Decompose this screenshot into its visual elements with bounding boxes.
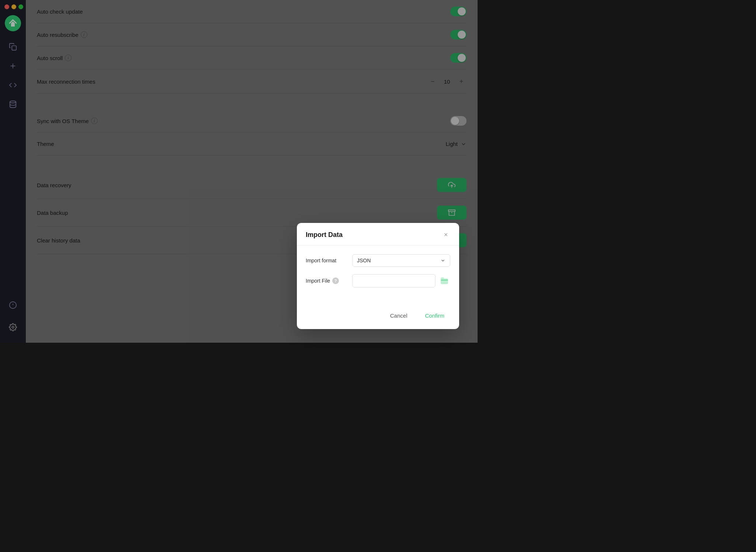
file-browse-button[interactable] xyxy=(438,275,450,287)
dialog-title: Import Data xyxy=(306,231,343,239)
select-format-value: JSON xyxy=(357,258,371,263)
dialog-body: Import format JSON Import File ? xyxy=(297,245,459,304)
chevron-down-icon-select xyxy=(440,258,445,263)
file-input[interactable] xyxy=(352,274,436,287)
field-import-format: Import format JSON xyxy=(306,254,450,267)
dialog-footer: Cancel Confirm xyxy=(297,304,459,329)
help-icon-file: ? xyxy=(332,277,339,284)
folder-icon xyxy=(440,277,448,285)
label-import-file: Import File ? xyxy=(306,277,346,284)
field-import-file: Import File ? xyxy=(306,274,450,287)
file-row xyxy=(352,274,450,287)
select-import-format[interactable]: JSON xyxy=(352,254,450,267)
confirm-button[interactable]: Confirm xyxy=(419,310,450,322)
cancel-button[interactable]: Cancel xyxy=(384,310,413,322)
import-dialog: Import Data × Import format JSON Import … xyxy=(297,223,459,329)
dialog-close-button[interactable]: × xyxy=(441,230,450,239)
label-import-format: Import format xyxy=(306,258,346,263)
modal-overlay: Import Data × Import format JSON Import … xyxy=(0,0,478,343)
dialog-header: Import Data × xyxy=(297,223,459,245)
